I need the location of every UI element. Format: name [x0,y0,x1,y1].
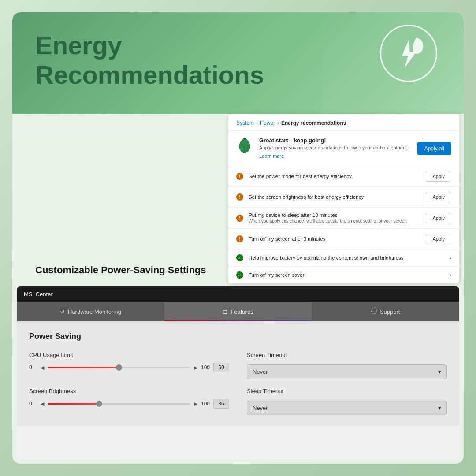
banner-subtitle: Apply energy saving recommendations to l… [259,145,411,150]
cpu-max: 100 [201,364,210,371]
cpu-slider-fill [48,367,119,368]
outer-wrapper: Energy Recommendations System [0,0,476,476]
section-label: Customizable Power-Saving Settings [35,264,206,276]
breadcrumb-power[interactable]: Power [260,120,275,126]
banner-text: Great start—keep going! Apply energy sav… [259,137,411,160]
sleep-timeout-value: Never [253,405,268,411]
breadcrumb-sep1: › [256,120,258,126]
power-saving-title: Power Saving [29,332,447,341]
brightness-slider-thumb[interactable] [96,401,102,407]
warning-icon-3: ! [236,215,243,222]
cpu-slider-track-wrapper [48,366,190,369]
tab-support[interactable]: ⓘ Support [312,302,459,321]
breadcrumb-sep2: › [277,120,279,126]
rec-item-4: ! Turn off my screen after 3 minutes App… [228,229,459,249]
breadcrumb: System › Power › Energy recommendations [228,114,459,131]
support-icon: ⓘ [371,308,377,316]
features-icon: ⊡ [223,309,227,315]
screen-timeout-chevron-icon: ▾ [438,368,441,375]
brightness-label: Screen Brightness [29,388,229,394]
rec-item-1: ! Set the power mode for best energy eff… [228,166,459,187]
warning-icon-4: ! [236,235,243,242]
breadcrumb-system[interactable]: System [236,120,254,126]
apply-button-4[interactable]: Apply [426,234,451,244]
msi-content: Power Saving CPU Usage Limit 0 ◀ [17,321,459,426]
rec-text-4: Turn off my screen after 3 minutes [249,236,420,242]
brightness-slider-fill [48,403,99,405]
brightness-value-box[interactable]: 36 [213,399,229,409]
rec-text-3: Put my device to sleep after 10 minutes … [249,212,420,223]
brightness-right-arrow[interactable]: ▶ [194,401,197,407]
rec-item-6: ✓ Turn off my screen saver › [228,267,459,283]
breadcrumb-current: Energy recommendations [281,120,346,126]
hero-section: Energy Recommendations [12,12,464,114]
sleep-timeout-dropdown[interactable]: Never ▾ [247,401,447,415]
rec-item-3: ! Put my device to sleep after 10 minute… [228,208,459,229]
cpu-slider-row: 0 ◀ ▶ 100 50 [29,363,229,372]
hero-icon-circle [380,25,437,82]
msi-titlebar: MSI Center [17,286,459,302]
tab-features[interactable]: ⊡ Features [164,302,312,321]
sleep-timeout-chevron-icon: ▾ [438,405,441,411]
brightness-control-group: Screen Brightness 0 ◀ ▶ 100 [29,388,229,415]
sleep-timeout-label: Sleep Timeout [247,388,447,394]
cpu-slider-track[interactable] [48,367,190,368]
msi-panel: MSI Center ↺ Hardware Monitoring ⊡ Featu… [17,286,459,459]
apply-button-2[interactable]: Apply [426,192,451,202]
brightness-slider-track[interactable] [48,403,190,405]
rec-text-5: Help improve battery by optimizing the c… [249,255,444,260]
tab-hardware-label: Hardware Monitoring [68,309,121,315]
cpu-value-box[interactable]: 50 [213,363,229,372]
screen-timeout-value: Never [253,368,268,375]
controls-grid: CPU Usage Limit 0 ◀ ▶ 100 [29,352,447,415]
hardware-icon: ↺ [60,309,65,315]
leaf-icon [236,137,253,154]
settings-panel: System › Power › Energy recommendations … [228,114,459,283]
brightness-slider-row: 0 ◀ ▶ 100 36 [29,399,229,409]
msi-tabs: ↺ Hardware Monitoring ⊡ Features ⓘ Suppo… [17,302,459,321]
rec-text-1: Set the power mode for best energy effic… [249,174,420,179]
tab-features-label: Features [231,309,253,315]
brightness-max: 100 [201,401,210,407]
rec-text-6: Turn off my screen saver [249,272,444,278]
screen-timeout-control-group: Screen Timeout Never ▾ [247,352,447,379]
chevron-button-5[interactable]: › [449,254,451,261]
apply-button-3[interactable]: Apply [426,213,451,223]
warning-icon-2: ! [236,193,243,201]
cpu-slider-thumb[interactable] [116,364,122,371]
green-banner: Great start—keep going! Apply energy sav… [228,131,459,166]
cpu-min: 0 [29,364,37,371]
brightness-left-arrow[interactable]: ◀ [41,401,44,407]
power-leaf-icon [389,33,428,73]
warning-icon-1: ! [236,173,243,180]
cpu-right-arrow[interactable]: ▶ [194,365,197,371]
hero-title: Energy Recommendations [35,31,264,89]
check-icon-6: ✓ [236,271,243,279]
check-icon-5: ✓ [236,254,243,261]
main-card: Energy Recommendations System [12,12,464,464]
screen-timeout-dropdown[interactable]: Never ▾ [247,364,447,379]
rec-item-2: ! Set the screen brightness for best ene… [228,187,459,208]
apply-button-1[interactable]: Apply [426,171,451,182]
cpu-label: CPU Usage Limit [29,352,229,358]
banner-learn-more[interactable]: Learn more [259,153,284,159]
rec-text-2: Set the screen brightness for best energ… [249,194,420,200]
brightness-slider-track-wrapper [48,402,190,405]
sleep-timeout-control-group: Sleep Timeout Never ▾ [247,388,447,415]
banner-title: Great start—keep going! [259,137,411,144]
brightness-min: 0 [29,401,37,407]
tab-support-label: Support [380,309,400,315]
screen-timeout-label: Screen Timeout [247,352,447,358]
cpu-control-group: CPU Usage Limit 0 ◀ ▶ 100 [29,352,229,379]
chevron-button-6[interactable]: › [449,271,451,279]
rec-item-5: ✓ Help improve battery by optimizing the… [228,249,459,267]
cpu-left-arrow[interactable]: ◀ [41,365,44,371]
apply-all-button[interactable]: Apply all [417,142,451,155]
tab-hardware-monitoring[interactable]: ↺ Hardware Monitoring [17,302,164,321]
